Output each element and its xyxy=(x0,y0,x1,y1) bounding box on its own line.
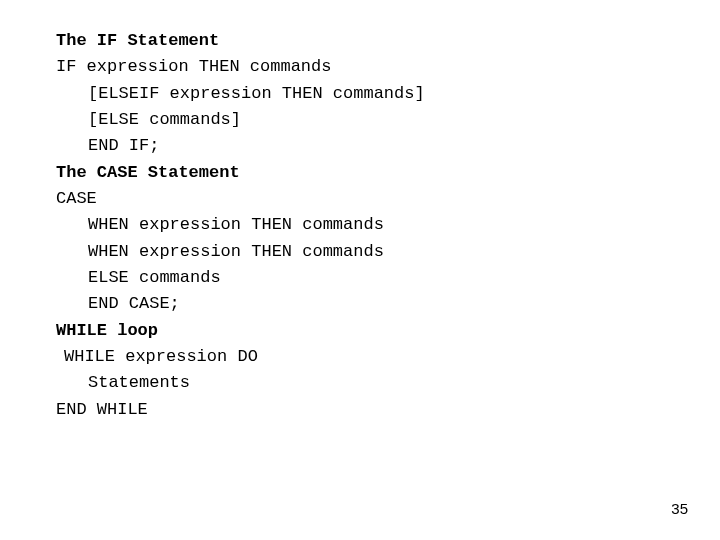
if-elseif-line: [ELSEIF expression THEN commands] xyxy=(56,81,720,107)
heading-case: The CASE Statement xyxy=(56,160,720,186)
case-keyword: CASE xyxy=(56,186,720,212)
page-number: 35 xyxy=(671,497,688,520)
if-syntax-line: IF expression THEN commands xyxy=(56,54,720,80)
if-end-line: END IF; xyxy=(56,133,720,159)
while-body-line: Statements xyxy=(56,370,720,396)
if-else-line: [ELSE commands] xyxy=(56,107,720,133)
case-when-line-1: WHEN expression THEN commands xyxy=(56,212,720,238)
slide: The IF Statement IF expression THEN comm… xyxy=(0,0,720,540)
case-when-line-2: WHEN expression THEN commands xyxy=(56,239,720,265)
case-end-line: END CASE; xyxy=(56,291,720,317)
heading-while: WHILE loop xyxy=(56,318,720,344)
while-end-line: END WHILE xyxy=(56,397,720,423)
case-else-line: ELSE commands xyxy=(56,265,720,291)
while-syntax-line: WHILE expression DO xyxy=(56,344,720,370)
heading-if: The IF Statement xyxy=(56,28,720,54)
